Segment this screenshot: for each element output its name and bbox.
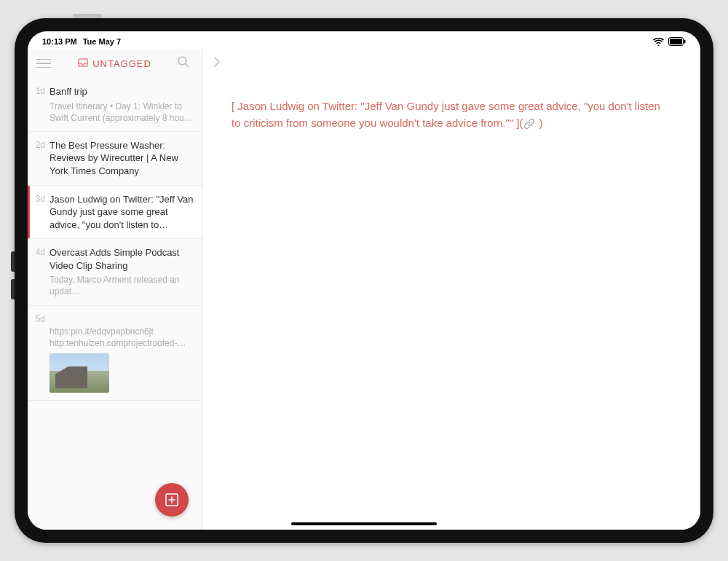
link-bracket-close: ) bbox=[536, 117, 542, 129]
detail-header bbox=[202, 49, 700, 78]
link-bracket-mid: ]( bbox=[513, 117, 523, 129]
note-title: Overcast Adds Simple Podcast Video Clip … bbox=[50, 246, 194, 272]
note-item-selected[interactable]: 3d Jason Ludwig on Twitter: "Jeff Van Gu… bbox=[28, 186, 202, 240]
note-text: Jason Ludwig on Twitter: "Jeff Van Gundy… bbox=[232, 100, 660, 129]
home-indicator[interactable] bbox=[291, 522, 437, 525]
sidebar-header: UNTAGGED bbox=[28, 49, 202, 78]
note-preview: Travel Itinerary • Day 1: Winkler to Swi… bbox=[50, 101, 194, 124]
svg-line-4 bbox=[186, 64, 189, 67]
note-age: 3d bbox=[32, 193, 50, 232]
note-preview: Today, Marco Arment released an updat… bbox=[50, 274, 194, 297]
collapse-sidebar-button[interactable] bbox=[210, 52, 224, 74]
note-item[interactable]: 5d https:pin.it/edqvpapbncn6jt http:tenh… bbox=[28, 306, 202, 401]
sidebar-title-text: UNTAGGED bbox=[92, 58, 151, 69]
sidebar-title: UNTAGGED bbox=[58, 58, 171, 69]
search-button[interactable] bbox=[177, 55, 194, 71]
new-note-button[interactable] bbox=[155, 483, 189, 517]
svg-rect-1 bbox=[670, 39, 682, 44]
app-body: UNTAGGED 1d Banff trip Travel Itinerary … bbox=[28, 49, 700, 530]
note-item[interactable]: 2d The Best Pressure Washer: Reviews by … bbox=[28, 132, 202, 186]
note-age: 4d bbox=[32, 246, 50, 297]
sidebar: UNTAGGED 1d Banff trip Travel Itinerary … bbox=[28, 49, 202, 530]
status-bar: 10:13 PM Tue May 7 bbox=[28, 34, 700, 49]
note-preview: https:pin.it/edqvpapbncn6jt http:tenhulz… bbox=[50, 326, 194, 349]
screen: 10:13 PM Tue May 7 bbox=[28, 31, 700, 530]
wifi-icon bbox=[653, 38, 664, 46]
status-date: Tue May 7 bbox=[83, 37, 121, 46]
note-title: The Best Pressure Washer: Reviews by Wir… bbox=[50, 139, 194, 178]
status-time: 10:13 PM bbox=[42, 37, 77, 46]
ipad-frame: 10:13 PM Tue May 7 bbox=[15, 18, 713, 543]
note-title bbox=[50, 313, 194, 323]
note-content[interactable]: [ Jason Ludwig on Twitter: "Jeff Van Gun… bbox=[202, 78, 700, 152]
note-thumbnail bbox=[50, 353, 109, 393]
hardware-buttons bbox=[11, 251, 15, 307]
svg-point-3 bbox=[178, 57, 186, 65]
note-list[interactable]: 1d Banff trip Travel Itinerary • Day 1: … bbox=[28, 78, 202, 530]
note-age: 1d bbox=[32, 85, 50, 124]
link-icon bbox=[524, 119, 534, 129]
note-title: Banff trip bbox=[50, 85, 194, 98]
inbox-icon bbox=[78, 58, 88, 69]
battery-icon bbox=[668, 37, 686, 46]
note-item[interactable]: 1d Banff trip Travel Itinerary • Day 1: … bbox=[28, 78, 202, 132]
note-item[interactable]: 4d Overcast Adds Simple Podcast Video Cl… bbox=[28, 239, 202, 305]
detail-pane: [ Jason Ludwig on Twitter: "Jeff Van Gun… bbox=[202, 49, 700, 530]
note-age: 5d bbox=[32, 313, 50, 393]
note-title: Jason Ludwig on Twitter: "Jeff Van Gundy… bbox=[50, 193, 194, 232]
note-age: 2d bbox=[32, 139, 50, 178]
svg-rect-2 bbox=[684, 40, 686, 44]
menu-button[interactable] bbox=[35, 56, 52, 71]
